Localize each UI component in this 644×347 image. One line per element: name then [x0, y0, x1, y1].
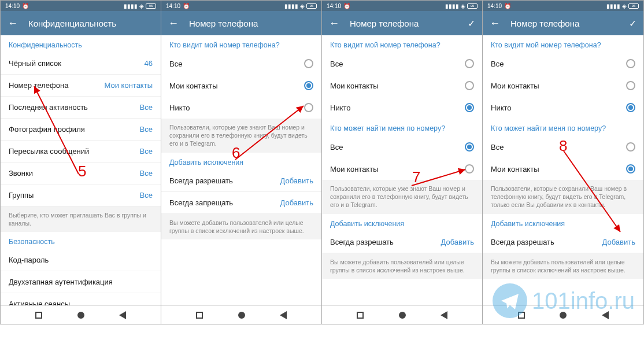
check-icon[interactable]: ✓ [629, 18, 636, 29]
section-who-sees: Кто видит мой номер телефона? [161, 35, 321, 53]
label: Чёрный список [9, 59, 61, 68]
label: Никто [491, 104, 512, 112]
page-title: Конфиденциальность [28, 19, 154, 28]
radio-icon [304, 81, 313, 90]
check-icon[interactable]: ✓ [468, 18, 475, 29]
header: ← Номер телефона [161, 11, 321, 35]
radio-contacts[interactable]: Мои контакты [322, 75, 482, 97]
row-sessions[interactable]: Активные сеансы [1, 293, 161, 305]
row-twofa[interactable]: Двухэтапная аутентификация [1, 271, 161, 293]
row-last-seen[interactable]: Последняя активность Все [1, 97, 161, 119]
label: Номер телефона [9, 81, 68, 90]
radio-nobody[interactable]: Никто [161, 97, 321, 119]
row-groups[interactable]: Группы Все [1, 184, 161, 206]
status-bar: 14:10 ⏰ ▮▮▮▮ ◈ 95 [322, 1, 482, 11]
section-exceptions: Добавить исключения [483, 214, 643, 231]
wifi-icon: ◈ [622, 3, 627, 9]
nav-back-icon[interactable] [119, 311, 126, 319]
nav-recent-icon[interactable] [357, 312, 364, 319]
watermark-text: 101info.ru [532, 288, 635, 314]
nav-back-icon[interactable] [280, 311, 287, 319]
label: Двухэтапная аутентификация [9, 278, 113, 286]
content: Кто видит мой номер телефона? Все Мои ко… [322, 35, 482, 305]
section-exceptions: Добавить исключения [161, 153, 321, 170]
nav-recent-icon[interactable] [196, 312, 203, 319]
battery-icon: 95 [146, 3, 156, 9]
section-who-finds: Кто может найти меня по номеру? [483, 119, 643, 136]
row-photo[interactable]: Фотография профиля Все [1, 119, 161, 141]
radio-contacts[interactable]: Мои контакты [483, 75, 643, 97]
row-forward[interactable]: Пересылка сообщений Все [1, 141, 161, 163]
page-title: Номер телефона [350, 19, 457, 28]
radio-find-all[interactable]: Все [483, 136, 643, 158]
back-icon[interactable]: ← [329, 17, 339, 29]
radio-icon [465, 103, 474, 112]
signal-icon: ▮▮▮▮ [606, 3, 620, 9]
back-icon[interactable]: ← [168, 17, 179, 29]
content: Конфиденциальность Чёрный список 46 Номе… [1, 35, 161, 305]
battery-icon: 95 [306, 3, 317, 9]
back-icon[interactable]: ← [8, 17, 18, 29]
nav-home-icon[interactable] [77, 312, 84, 319]
section-security: Безопасность [1, 232, 161, 249]
section-exceptions: Добавить исключения [322, 214, 482, 231]
nav-bar [322, 305, 482, 324]
radio-nobody[interactable]: Никто [322, 97, 482, 119]
radio-nobody[interactable]: Никто [483, 97, 643, 119]
value: Добавить [441, 238, 474, 246]
row-allow[interactable]: Всегда разрешать Добавить [161, 170, 321, 192]
label: Все [491, 143, 504, 152]
row-passcode[interactable]: Код-пароль [1, 249, 161, 271]
wifi-icon: ◈ [461, 3, 465, 9]
nav-home-icon[interactable] [238, 312, 245, 319]
content: Кто видит мой номер телефона? Все Мои ко… [161, 35, 321, 305]
label: Звонки [9, 169, 33, 178]
value: Добавить [602, 238, 635, 246]
radio-all[interactable]: Все [161, 53, 321, 75]
radio-icon [465, 59, 474, 68]
label: Пересылка сообщений [9, 147, 89, 156]
label: Активные сеансы [9, 300, 70, 305]
value: Все [140, 191, 153, 200]
radio-icon [626, 164, 635, 174]
radio-all[interactable]: Все [322, 53, 482, 75]
row-allow[interactable]: Всегда разрешать Добавить [483, 231, 643, 253]
phone-4: 14:10 ⏰ ▮▮▮▮ ◈ 95 ← Номер телефона ✓ Кто… [483, 1, 643, 324]
label: Все [169, 60, 182, 68]
back-icon[interactable]: ← [490, 17, 500, 29]
phone-3: 14:10 ⏰ ▮▮▮▮ ◈ 95 ← Номер телефона ✓ Кто… [322, 1, 483, 324]
alarm-icon: ⏰ [22, 3, 29, 9]
telegram-logo-icon [493, 283, 527, 318]
status-bar: 14:10 ⏰ ▮▮▮▮ ◈ 95 [161, 1, 321, 11]
row-calls[interactable]: Звонки Все [1, 163, 161, 184]
status-bar: 14:10 ⏰ ▮▮▮▮ ◈ 95 [1, 1, 161, 11]
nav-home-icon[interactable] [399, 312, 406, 319]
label: Мои контакты [330, 165, 379, 174]
page-title: Номер телефона [510, 19, 619, 28]
battery-icon: 95 [467, 3, 478, 9]
watermark: 101info.ru [493, 283, 635, 318]
value: Все [140, 125, 153, 134]
section-who-sees: Кто видит мой номер телефона? [483, 35, 643, 53]
row-allow[interactable]: Всегда разрешать Добавить [322, 231, 482, 253]
label: Мои контакты [330, 82, 379, 90]
label: Мои контакты [491, 165, 539, 174]
radio-all[interactable]: Все [483, 53, 643, 75]
row-deny[interactable]: Всегда запрещать Добавить [161, 192, 321, 214]
label: Все [330, 60, 343, 68]
label: Никто [169, 104, 190, 112]
status-time: 14:10 [327, 3, 341, 9]
nav-back-icon[interactable] [441, 311, 447, 319]
value: Добавить [280, 198, 313, 207]
radio-find-contacts[interactable]: Мои контакты [483, 158, 643, 180]
radio-find-all[interactable]: Все [322, 136, 482, 158]
nav-recent-icon[interactable] [35, 312, 42, 319]
radio-contacts[interactable]: Мои контакты [161, 75, 321, 97]
label: Никто [330, 104, 351, 112]
label: Все [491, 60, 504, 68]
row-phone[interactable]: Номер телефона Мои контакты [1, 75, 161, 97]
row-blacklist[interactable]: Чёрный список 46 [1, 53, 161, 75]
radio-find-contacts[interactable]: Мои контакты [322, 158, 482, 180]
radio-icon [626, 81, 635, 90]
signal-icon: ▮▮▮▮ [124, 3, 138, 9]
